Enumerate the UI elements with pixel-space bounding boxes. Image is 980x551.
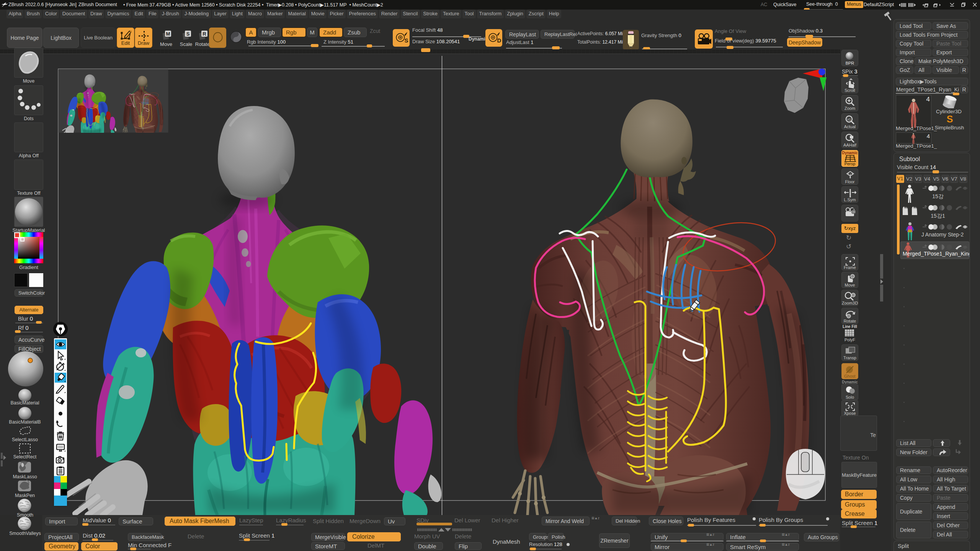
svg-text:M: M: [166, 31, 170, 37]
svg-text:S: S: [186, 31, 190, 37]
svg-text:D: D: [497, 37, 501, 44]
svg-text:S: S: [404, 37, 408, 44]
svg-text:R: R: [203, 31, 206, 37]
svg-text:x1: x1: [847, 117, 851, 121]
svg-text:S: S: [947, 114, 953, 124]
